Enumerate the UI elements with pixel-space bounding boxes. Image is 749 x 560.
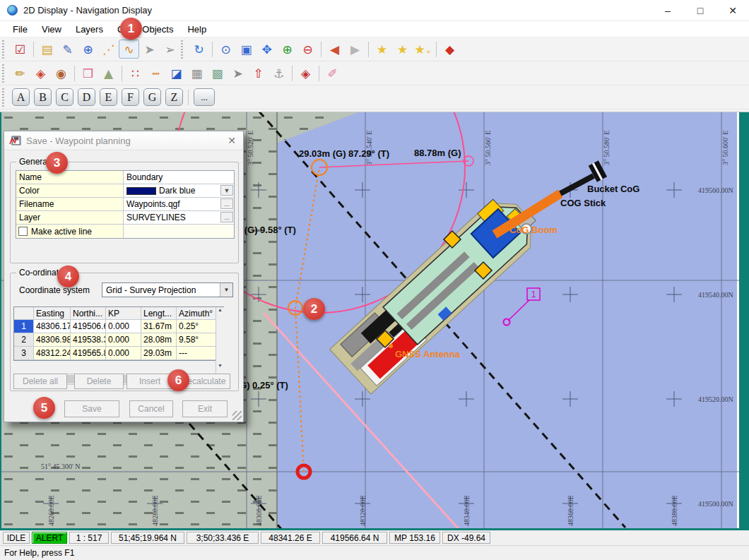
dividers-button[interactable]: ✎: [57, 40, 78, 59]
table-cell[interactable]: 419506.6: [71, 320, 106, 333]
table-cell[interactable]: 419565.8: [71, 347, 106, 359]
table-cell[interactable]: 0.000: [106, 347, 141, 359]
table-vscrollbar[interactable]: ▲▼: [216, 307, 224, 374]
menu-item-layers[interactable]: Layers: [69, 22, 110, 37]
make-active-line-checkbox[interactable]: [18, 227, 28, 236]
draw-annotation-button[interactable]: ✏: [10, 64, 30, 83]
toolbar-grip[interactable]: [181, 40, 186, 59]
coordinate-system-dropdown[interactable]: Grid - Survey Projection ▼: [102, 282, 233, 297]
pointer-query-button[interactable]: ➤: [139, 40, 160, 59]
table-cell[interactable]: 0.000: [106, 333, 141, 346]
bookmark-button[interactable]: ★: [392, 40, 413, 59]
column-header[interactable]: [14, 307, 34, 319]
next-view-button[interactable]: ▶: [345, 40, 365, 59]
column-header[interactable]: KP: [106, 307, 141, 319]
column-header[interactable]: Easting: [34, 307, 71, 319]
filename-browse-button[interactable]: ...: [220, 198, 233, 209]
toolbar-grip[interactable]: [2, 64, 7, 83]
table-cell[interactable]: 0.000: [106, 320, 141, 333]
cancel-button[interactable]: Cancel: [129, 400, 173, 417]
bookmark-view-c-button[interactable]: C: [56, 88, 73, 106]
measure-line-button[interactable]: ⋰: [98, 40, 119, 59]
dialog-resize-grip[interactable]: [232, 411, 242, 420]
zoom-window-button[interactable]: ▣: [236, 40, 256, 59]
delete-button[interactable]: Delete: [74, 374, 124, 389]
name-field[interactable]: Boundary: [124, 171, 234, 184]
pointer-select-button[interactable]: ➢: [160, 40, 180, 59]
waypoint-table[interactable]: EastingNorthi...KPLengt...Azimuth°148306…: [13, 306, 224, 361]
track-layer-button[interactable]: ┉: [146, 64, 166, 83]
bookmark-view-f-button[interactable]: F: [122, 88, 139, 106]
table-cell[interactable]: ---: [177, 347, 216, 359]
table-cell[interactable]: 31.67m: [141, 320, 177, 333]
north-up-button[interactable]: ⇧: [248, 64, 269, 83]
table-cell[interactable]: 9.58°: [177, 333, 216, 346]
background-image-button[interactable]: ▲: [98, 64, 119, 83]
zoom-in-button[interactable]: ⊕: [277, 40, 297, 59]
color-field[interactable]: Dark blue ▼: [124, 184, 234, 197]
dialog-title-bar[interactable]: Save - Waypoint planning ✕: [4, 131, 243, 150]
globe-button[interactable]: ⊕: [78, 40, 98, 59]
waypoint-line-button[interactable]: ∿: [119, 40, 139, 59]
vessel-follow-button[interactable]: ◈: [295, 64, 316, 83]
table-row[interactable]: 348312.24419565.80.00029.03m---: [14, 347, 223, 360]
insert-button[interactable]: Insert: [126, 374, 173, 389]
menu-item-file[interactable]: File: [6, 22, 35, 37]
clear-annotation-button[interactable]: ✐: [322, 64, 343, 83]
grid-layer-button[interactable]: ▦: [187, 64, 207, 83]
vessel-radar-button[interactable]: ◉: [51, 64, 71, 83]
chart-sheet-button[interactable]: ❒: [78, 64, 98, 83]
bookmark-view-e-button[interactable]: E: [100, 88, 117, 106]
dialog-close-icon[interactable]: ✕: [228, 135, 236, 146]
table-cell[interactable]: 48312.24: [34, 347, 71, 359]
bookmark-view-z-button[interactable]: Z: [165, 88, 183, 106]
table-row[interactable]: 248306.98419538.30.00028.08m9.58°: [14, 333, 223, 347]
previous-view-button[interactable]: ◀: [324, 40, 345, 59]
filename-field[interactable]: Waypoints.qgf ...: [124, 198, 234, 210]
toolbar-grip[interactable]: [2, 88, 7, 107]
bookmark-more-button[interactable]: ...: [194, 88, 215, 106]
cursor-mode-button[interactable]: ➤: [228, 64, 248, 83]
table-cell[interactable]: 28.08m: [141, 333, 177, 346]
row-header[interactable]: 2: [14, 333, 34, 346]
row-header[interactable]: 3: [14, 347, 34, 359]
bookmark-view-g-button[interactable]: G: [143, 88, 161, 106]
column-header[interactable]: Lengt...: [141, 307, 177, 319]
close-button[interactable]: ✕: [716, 0, 749, 21]
layer-browse-button[interactable]: ...: [220, 212, 233, 222]
table-row[interactable]: 148306.17419506.60.00031.67m0.25°: [14, 320, 223, 333]
minimize-button[interactable]: –: [651, 0, 684, 21]
toolbar-grip[interactable]: [2, 40, 7, 59]
anchor-button[interactable]: ⚓: [269, 64, 289, 83]
delete-all-button[interactable]: Delete all: [13, 374, 67, 389]
color-dropdown-arrow-icon[interactable]: ▼: [220, 185, 233, 196]
bookmark-add-button[interactable]: ★₊: [413, 40, 433, 59]
bookmark-view-b-button[interactable]: B: [34, 88, 52, 106]
table-cell[interactable]: 48306.17: [34, 320, 71, 333]
column-header[interactable]: Northi...: [71, 307, 106, 319]
soundings-layer-button[interactable]: ∷: [125, 64, 146, 83]
save-button[interactable]: Save: [64, 400, 119, 417]
table-cell[interactable]: 29.03m: [141, 347, 177, 359]
column-header[interactable]: Azimuth°: [177, 307, 216, 319]
vessel-track-button[interactable]: ◆: [440, 40, 460, 59]
row-header[interactable]: 1: [14, 320, 34, 333]
layer-field[interactable]: SURVEYLINES ...: [124, 211, 234, 224]
exit-button[interactable]: Exit: [182, 400, 228, 417]
zoom-out-button[interactable]: ⊖: [297, 40, 318, 59]
center-point-button[interactable]: ⊙: [216, 40, 236, 59]
bookmark-view-a-button[interactable]: A: [12, 88, 30, 106]
notes-search-button[interactable]: ▤: [37, 40, 57, 59]
menu-item-view[interactable]: View: [35, 22, 69, 37]
vessel-camera-button[interactable]: ◈: [30, 64, 51, 83]
seabed-layer-button[interactable]: ▩: [207, 64, 228, 83]
table-cell[interactable]: 419538.3: [71, 333, 106, 346]
table-cell[interactable]: 0.25°: [177, 320, 216, 333]
bookmark-checked-button[interactable]: ★: [372, 40, 392, 59]
task-check-button[interactable]: ☑: [10, 40, 30, 59]
table-cell[interactable]: 48306.98: [34, 333, 71, 346]
waypoint-planning-dialog[interactable]: Save - Waypoint planning ✕ General Name …: [4, 131, 244, 422]
refresh-button[interactable]: ↻: [189, 40, 209, 59]
maximize-button[interactable]: □: [684, 0, 716, 21]
pan-button[interactable]: ✥: [256, 40, 277, 59]
